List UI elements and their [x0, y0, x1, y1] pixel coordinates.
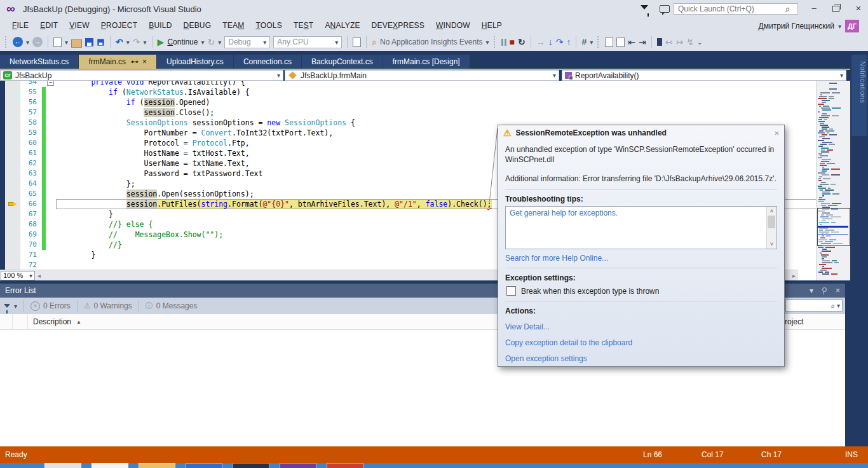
- avatar[interactable]: ДГ: [845, 20, 859, 32]
- action-link[interactable]: View Detail...: [505, 322, 777, 331]
- quick-launch-input[interactable]: [674, 3, 798, 15]
- continue-play-icon[interactable]: ▶: [158, 37, 165, 47]
- breakpoint-margin[interactable]: [0, 107, 5, 118]
- breakpoint-margin[interactable]: [0, 179, 5, 189]
- glyph-margin[interactable]: [5, 148, 20, 158]
- restart-icon[interactable]: ↻: [207, 37, 215, 47]
- solution-platform-select[interactable]: Any CPU▾: [273, 36, 342, 48]
- split-editor-handle[interactable]: [829, 83, 837, 90]
- decrease-indent-icon[interactable]: ⇤: [628, 37, 635, 47]
- exception-dialog-title-bar[interactable]: ⚠ SessionRemoteException was unhandled ×: [498, 125, 784, 141]
- search-icon[interactable]: ⌕: [785, 4, 790, 15]
- taskbar-app-icon[interactable]: [280, 463, 316, 468]
- editor-tab[interactable]: Connection.cs ⊷×: [234, 55, 301, 69]
- code-line[interactable]: 55 − if (NetworkStatus.IsAvailable) {: [0, 87, 850, 97]
- step-over-icon[interactable]: ↷: [556, 37, 564, 47]
- chevron-down-icon[interactable]: ▾: [14, 303, 17, 310]
- chevron-down-icon[interactable]: ▾: [840, 72, 843, 79]
- tip-link[interactable]: Get general help for exceptions.: [506, 207, 776, 219]
- menu-item[interactable]: TOOLS: [250, 21, 287, 30]
- solution-configuration-select[interactable]: Debug▾: [224, 36, 270, 48]
- glyph-margin[interactable]: [5, 230, 20, 240]
- scrollbar-thumb[interactable]: [768, 216, 775, 228]
- menu-item[interactable]: DEBUG: [178, 21, 217, 30]
- continue-button[interactable]: Continue: [167, 38, 198, 46]
- zoom-level-select[interactable]: 100 % ▾: [1, 271, 35, 280]
- breakpoint-margin[interactable]: [0, 250, 5, 260]
- breakpoint-margin[interactable]: [0, 219, 5, 230]
- chevron-down-icon[interactable]: ▾: [277, 72, 280, 79]
- attach-to-process-icon[interactable]: [353, 38, 361, 47]
- feedback-filter-icon[interactable]: [641, 5, 648, 10]
- open-file-icon[interactable]: [71, 39, 82, 48]
- breakpoint-margin[interactable]: [0, 128, 5, 138]
- glyph-margin[interactable]: [5, 81, 20, 87]
- scroll-left-icon[interactable]: ◂: [35, 272, 43, 279]
- taskbar-app-icon[interactable]: [233, 463, 269, 468]
- user-account-area[interactable]: Дмитрий Глещинский ▾ ДГ: [759, 20, 859, 32]
- breakpoint-margin[interactable]: [0, 169, 5, 179]
- scroll-up-icon[interactable]: ˄: [770, 208, 773, 214]
- toggle-bookmark-icon[interactable]: [657, 38, 662, 46]
- menu-item[interactable]: DEVEXPRESS: [366, 21, 430, 30]
- save-all-icon[interactable]: [97, 39, 104, 45]
- glyph-margin[interactable]: [5, 138, 20, 148]
- chevron-down-icon[interactable]: ▾: [26, 39, 29, 46]
- editor-tab[interactable]: NetworkStatus.cs ⊷×: [0, 55, 78, 69]
- breakpoint-margin[interactable]: [0, 118, 5, 128]
- glyph-margin[interactable]: [5, 97, 20, 107]
- menu-item[interactable]: EDIT: [34, 21, 64, 30]
- breakpoint-margin[interactable]: [0, 260, 5, 270]
- type-dropdown[interactable]: JfsBackUp.frmMain ▾: [285, 70, 559, 81]
- errors-filter-button[interactable]: ×0 Errors: [31, 301, 71, 311]
- glyph-margin[interactable]: [5, 169, 20, 179]
- menu-item[interactable]: PROJECT: [95, 21, 143, 30]
- search-icon[interactable]: ⌕: [831, 301, 835, 310]
- chevron-down-icon[interactable]: ▾: [590, 39, 593, 46]
- filter-icon[interactable]: [4, 304, 10, 308]
- close-tab-icon[interactable]: ×: [142, 55, 147, 69]
- breakpoint-margin[interactable]: [0, 189, 5, 199]
- breakpoint-margin[interactable]: [0, 230, 5, 240]
- error-list-search-box[interactable]: ⌕ ▾: [785, 299, 843, 312]
- glyph-margin[interactable]: [5, 189, 20, 199]
- menu-item[interactable]: TEAM: [217, 21, 250, 30]
- glyph-margin[interactable]: [5, 209, 20, 219]
- glyph-margin[interactable]: [5, 199, 20, 209]
- code-line[interactable]: 57 − session.Close();: [0, 107, 850, 118]
- chevron-down-icon[interactable]: ▾: [486, 39, 489, 46]
- close-panel-icon[interactable]: ×: [836, 286, 840, 295]
- navigate-forward-icon[interactable]: →: [32, 37, 43, 47]
- increase-indent-icon[interactable]: ⇥: [639, 37, 646, 47]
- code-line[interactable]: 54 − private void ReportAvailability() {: [0, 81, 850, 87]
- hex-display-icon[interactable]: #: [581, 37, 587, 47]
- breakpoint-margin[interactable]: [0, 158, 5, 169]
- application-insights-icon[interactable]: ⌕: [372, 37, 377, 47]
- chevron-down-icon[interactable]: ▾: [835, 302, 842, 309]
- project-column-header[interactable]: Project: [776, 314, 845, 329]
- menu-item[interactable]: TEST: [288, 21, 319, 30]
- action-link[interactable]: Copy exception detail to the clipboard: [505, 338, 777, 347]
- editor-tab[interactable]: frmMain.cs ⊷×: [79, 55, 156, 69]
- scroll-right-icon[interactable]: ▸: [790, 272, 798, 279]
- menu-item[interactable]: BUILD: [143, 21, 177, 30]
- application-insights-label[interactable]: No Application Insights Events: [380, 38, 482, 46]
- window-position-chevron-icon[interactable]: ▾: [810, 286, 813, 295]
- error-list-search-input[interactable]: [786, 301, 831, 310]
- chevron-down-icon[interactable]: ▾: [201, 39, 204, 46]
- breakpoint-margin[interactable]: [0, 199, 5, 209]
- glyph-margin[interactable]: [5, 107, 20, 118]
- member-dropdown[interactable]: ReportAvailability() ▾: [562, 70, 846, 81]
- pin-icon[interactable]: [822, 287, 827, 292]
- glyph-margin[interactable]: [5, 240, 20, 250]
- menu-item[interactable]: HELP: [476, 21, 508, 30]
- minimize-button[interactable]: –: [804, 3, 824, 15]
- save-icon[interactable]: [85, 38, 93, 46]
- redo-icon[interactable]: ↷: [133, 37, 140, 47]
- taskbar-app-icon[interactable]: [327, 463, 363, 468]
- navigate-backward-icon[interactable]: ←: [13, 37, 23, 47]
- collapse-icon[interactable]: −: [47, 81, 54, 86]
- chevron-down-icon[interactable]: ▾: [144, 39, 147, 46]
- taskbar-app-icon[interactable]: [92, 463, 128, 468]
- editor-tab[interactable]: BackupContext.cs ⊷×: [302, 55, 383, 69]
